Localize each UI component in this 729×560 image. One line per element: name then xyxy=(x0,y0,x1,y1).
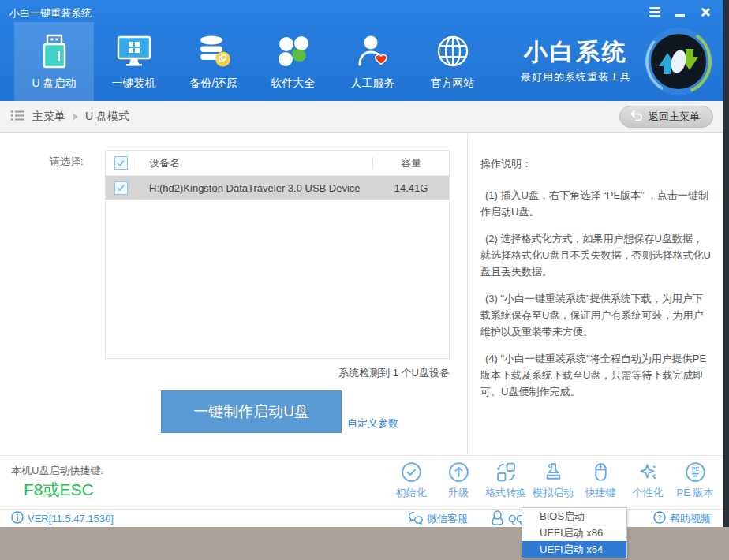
menu-item-uefi-x86[interactable]: UEFI启动 x86 xyxy=(522,525,626,541)
sparkle-star-icon xyxy=(637,461,659,483)
tool-label: 快捷键 xyxy=(585,486,616,500)
header: 小白一键重装系统 U 盘启动 xyxy=(0,0,723,101)
nav-item-backup-restore[interactable]: 备份/还原 xyxy=(174,22,253,101)
breadcrumb-root[interactable]: 主菜单 xyxy=(32,110,65,124)
stamp-icon xyxy=(543,461,564,483)
tool-label: 个性化 xyxy=(633,486,664,500)
tools-row: 初始化 升级 格式转换 模拟启动 xyxy=(387,461,719,500)
nav-item-one-click-install[interactable]: 一键装机 xyxy=(94,22,174,101)
main-nav: U 盘启动 一键装机 xyxy=(0,22,723,101)
wechat-icon xyxy=(408,511,423,527)
arrow-up-circle-icon xyxy=(448,461,469,483)
wechat-label: 微信客服 xyxy=(427,512,468,526)
clover-apps-icon xyxy=(275,33,312,69)
back-to-main-menu-button[interactable]: 返回主菜单 xyxy=(619,106,713,128)
nav-label: 软件大全 xyxy=(271,77,316,91)
tool-hotkeys[interactable]: 快捷键 xyxy=(577,461,624,500)
select-all-checkbox[interactable] xyxy=(114,156,128,170)
tool-pe-version[interactable]: PE PE 版本 xyxy=(671,461,719,500)
monitor-icon xyxy=(116,33,152,69)
app-window: 小白一键重装系统 U 盘启动 xyxy=(0,0,723,527)
close-icon[interactable] xyxy=(700,7,711,17)
nav-label: U 盘启动 xyxy=(32,77,77,91)
nav-label: 备份/还原 xyxy=(190,77,237,91)
column-header-capacity: 容量 xyxy=(373,156,449,170)
usb-drive-icon xyxy=(36,33,73,69)
convert-icon xyxy=(495,461,517,483)
version-info: VER[11.5.47.1530] xyxy=(11,510,114,528)
table-row[interactable]: H:(hd2)Kingston DataTraveler 3.0 USB Dev… xyxy=(106,176,449,200)
qq-support-link[interactable]: QQ xyxy=(491,510,524,528)
tool-personalize[interactable]: 个性化 xyxy=(624,461,671,500)
globe-icon xyxy=(435,33,471,69)
desktop-edge-strip xyxy=(723,0,729,527)
device-table: 设备名 容量 H:(hd2)Kingston DataTraveler 3.0 … xyxy=(105,150,450,359)
help-video-link[interactable]: ? 帮助视频 xyxy=(653,510,711,528)
custom-params-link[interactable]: 自定义参数 xyxy=(347,416,398,431)
nav-label: 官方网站 xyxy=(431,77,475,91)
instruction-step: (3) "小白一键重装系统"提供系统下载，为用户下载系统保存至U盘，保证用户有系… xyxy=(480,290,711,340)
list-icon xyxy=(10,110,25,124)
database-backup-icon xyxy=(196,33,232,69)
return-arrow-icon xyxy=(630,110,643,123)
brand-slogan: 最好用的系统重装工具 xyxy=(521,70,631,84)
info-icon xyxy=(11,511,24,526)
instruction-step: (1) 插入U盘，右下角选择 “PE版本” ，点击一键制作启动U盘。 xyxy=(480,187,711,220)
pe-version-popup-menu: BIOS启动 UEFI启动 x86 UEFI启动 x64 xyxy=(522,507,627,558)
hotkey-bar: 本机U盘启动快捷键: F8或ESC 初始化 升级 格式转换 xyxy=(0,455,723,509)
person-heart-icon xyxy=(355,33,391,69)
nav-item-software-center[interactable]: 软件大全 xyxy=(253,22,333,101)
breadcrumb: 主菜单 U 盘模式 返回主菜单 xyxy=(0,101,723,133)
tool-label: 格式转换 xyxy=(485,486,526,500)
instruction-step: (4) "小白一键重装系统"将全程自动为用户提供PE版本下载及系统下载至U盘，只… xyxy=(480,350,711,400)
tool-simulate-boot[interactable]: 模拟启动 xyxy=(529,461,577,500)
select-label: 请选择: xyxy=(50,155,84,169)
tool-label: PE 版本 xyxy=(677,486,714,500)
device-name: H:(hd2)Kingston DataTraveler 3.0 USB Dev… xyxy=(136,182,373,194)
hotkey-label: 本机U盘启动快捷键: xyxy=(11,464,103,478)
column-header-device: 设备名 xyxy=(136,156,372,170)
minimize-icon[interactable] xyxy=(675,7,686,17)
svg-text:PE: PE xyxy=(691,465,699,472)
tool-label: 初始化 xyxy=(396,486,427,500)
check-circle-icon xyxy=(401,461,422,483)
breadcrumb-current: U 盘模式 xyxy=(85,110,129,124)
titlebar: 小白一键重装系统 xyxy=(0,0,723,22)
content: 请选择: 设备名 容量 H:(h xyxy=(0,133,723,455)
nav-item-usb-boot[interactable]: U 盘启动 xyxy=(14,22,94,101)
back-button-label: 返回主菜单 xyxy=(649,110,700,124)
tool-label: 模拟启动 xyxy=(533,486,574,500)
brand-logo-icon xyxy=(644,27,713,96)
chevron-right-icon xyxy=(73,113,78,121)
table-header: 设备名 容量 xyxy=(106,151,449,176)
menu-icon[interactable] xyxy=(649,7,660,17)
tool-format-convert[interactable]: 格式转换 xyxy=(482,461,529,500)
question-circle-icon: ? xyxy=(653,511,666,526)
device-capacity: 14.41G xyxy=(373,182,449,194)
nav-label: 一键装机 xyxy=(112,77,156,91)
tool-label: 升级 xyxy=(448,486,469,500)
detect-status-text: 系统检测到 1 个U盘设备 xyxy=(105,366,450,380)
tool-initialize[interactable]: 初始化 xyxy=(387,461,435,500)
app-title: 小白一键重装系统 xyxy=(9,6,92,21)
brand-name: 小白系统 xyxy=(524,39,628,65)
mouse-icon xyxy=(590,461,611,483)
nav-item-human-service[interactable]: 人工服务 xyxy=(333,22,413,101)
pe-version-icon: PE xyxy=(685,461,706,483)
instructions-panel: 操作说明： (1) 插入U盘，右下角选择 “PE版本” ，点击一键制作启动U盘。… xyxy=(467,133,723,455)
instruction-step: (2) 选择格式化方式，如果用户想保存U盘数据，就选择格式化U盘且不丢失数据，否… xyxy=(480,230,711,280)
svg-text:?: ? xyxy=(657,513,661,521)
hotkey-value: F8或ESC xyxy=(24,479,94,501)
help-label: 帮助视频 xyxy=(670,512,711,526)
make-boot-usb-button[interactable]: 一键制作启动U盘 xyxy=(161,390,342,433)
nav-label: 人工服务 xyxy=(351,77,395,91)
row-checkbox[interactable] xyxy=(114,181,128,195)
wechat-support-link[interactable]: 微信客服 xyxy=(408,510,468,528)
tool-upgrade[interactable]: 升级 xyxy=(435,461,482,500)
nav-item-official-site[interactable]: 官方网站 xyxy=(413,22,492,101)
menu-item-bios-boot[interactable]: BIOS启动 xyxy=(522,508,626,525)
instructions-title: 操作说明： xyxy=(480,157,711,171)
version-text: VER[11.5.47.1530] xyxy=(28,513,114,525)
qq-penguin-icon xyxy=(491,510,504,528)
menu-item-uefi-x64[interactable]: UEFI启动 x64 xyxy=(522,541,626,558)
